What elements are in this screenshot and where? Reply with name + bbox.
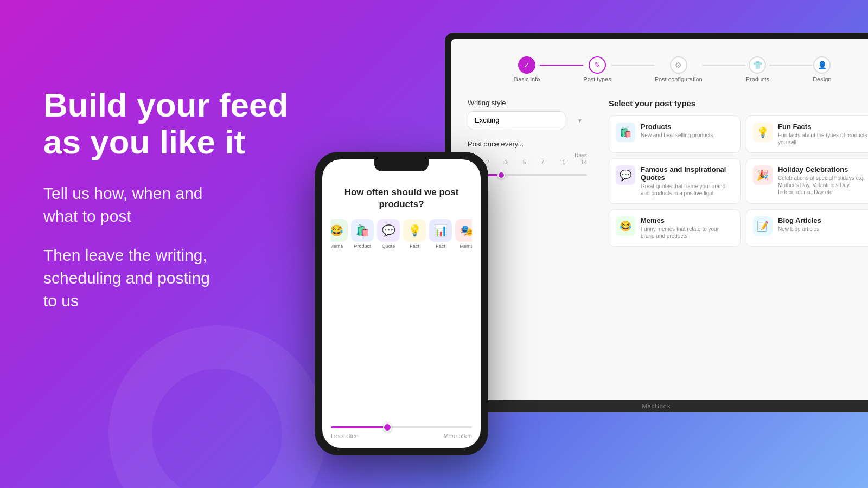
step-line-3 — [703, 65, 746, 66]
step-circle-design: 👤 — [813, 56, 831, 74]
phone-cat-fact2: 📊 Fact — [429, 219, 452, 249]
phone-cat-meme2-icon: 🎭 — [455, 219, 472, 242]
phone-device: How often should we postproducts? 😂 Meme… — [315, 152, 488, 455]
memes-desc: Funny memes that relate to your brand an… — [641, 226, 733, 240]
fun-facts-info: Fun Facts Fun facts about the types of p… — [778, 123, 868, 146]
day-7: 7 — [541, 159, 545, 165]
phone-question: How often should we postproducts? — [331, 187, 472, 210]
content-area: Writing style Exciting Professional Casu… — [468, 99, 868, 247]
subtext-2: Then leave the writing,scheduling and po… — [43, 244, 288, 312]
phone-cat-product: 🛍️ Product — [351, 219, 374, 249]
phone-screen: How often should we postproducts? 😂 Meme… — [322, 159, 481, 448]
phone-cat-quote-label: Quote — [382, 243, 395, 249]
phone-categories: 😂 Meme 🛍️ Product 💬 Quote 💡 Fact — [331, 219, 472, 249]
post-type-memes[interactable]: 😂 Memes Funny memes that relate to your … — [609, 209, 741, 247]
phone-cat-fact2-icon: 📊 — [429, 219, 452, 242]
phone-cat-product-icon: 🛍️ — [351, 219, 374, 242]
day-3: 3 — [505, 159, 508, 165]
macbook-label: MacBook — [642, 403, 671, 409]
holiday-info: Holiday Celebrations Celebrations of spe… — [778, 165, 868, 196]
step-circle-post-config: ⚙ — [670, 56, 687, 74]
holiday-icon: 🎉 — [753, 165, 773, 185]
step-label-post-config: Post configuration — [655, 76, 703, 82]
subtext-1: Tell us how, when andwhat to post — [43, 182, 288, 228]
day-10: 10 — [559, 159, 565, 165]
headline: Build your feedas you like it — [43, 87, 288, 160]
step-circle-products: 👕 — [749, 56, 766, 74]
step-line-4 — [769, 65, 813, 66]
phone-cat-meme1: 😂 Meme — [331, 219, 348, 249]
post-type-fun-facts[interactable]: 💡 Fun Facts Fun facts about the types of… — [746, 115, 868, 153]
quotes-name: Famous and Inspirational Quotes — [641, 165, 733, 182]
phone-frame: How often should we postproducts? 😂 Meme… — [315, 152, 488, 455]
step-products[interactable]: 👕 Products — [746, 56, 769, 82]
post-type-products[interactable]: 🛍️ Products New and best selling product… — [609, 115, 741, 153]
holiday-desc: Celebrations of special holidays e.g. Mo… — [778, 175, 868, 196]
step-circle-post-types: ✎ — [589, 56, 606, 74]
post-types-grid: 🛍️ Products New and best selling product… — [609, 115, 868, 247]
phone-content: How often should we postproducts? 😂 Meme… — [322, 159, 481, 448]
fun-facts-desc: Fun facts about the types of products yo… — [778, 132, 868, 146]
quotes-desc: Great quotes that frame your brand and p… — [641, 183, 733, 197]
phone-cat-fact2-label: Fact — [436, 243, 445, 249]
phone-cat-meme2: 🎭 Meme — [455, 219, 472, 249]
products-desc: New and best selling products. — [641, 132, 714, 139]
blog-icon: 📝 — [753, 216, 773, 236]
day-5: 5 — [523, 159, 526, 165]
phone-cat-fact1: 💡 Fact — [403, 219, 426, 249]
step-label-design: Design — [813, 76, 831, 82]
post-type-holiday[interactable]: 🎉 Holiday Celebrations Celebrations of s… — [746, 158, 868, 204]
phone-slider-track[interactable] — [331, 426, 472, 428]
writing-style-select[interactable]: Exciting Professional Casual — [468, 111, 565, 129]
step-post-types[interactable]: ✎ Post types — [583, 56, 611, 82]
step-label-products: Products — [746, 76, 769, 82]
phone-cat-product-label: Product — [354, 243, 371, 249]
day-14: 14 — [581, 159, 587, 165]
step-post-config[interactable]: ⚙ Post configuration — [655, 56, 703, 82]
step-design[interactable]: 👤 Design — [813, 56, 831, 82]
fun-facts-name: Fun Facts — [778, 123, 868, 131]
phone-cat-quote: 💬 Quote — [377, 219, 400, 249]
step-basic-info[interactable]: ✓ Basic info — [514, 56, 540, 82]
memes-info: Memes Funny memes that relate to your br… — [641, 216, 733, 240]
writing-style-select-wrapper[interactable]: Exciting Professional Casual ▼ — [468, 111, 587, 129]
step-line-1 — [540, 65, 583, 66]
products-name: Products — [641, 123, 714, 131]
products-info: Products New and best selling products. — [641, 123, 714, 139]
select-arrow-icon: ▼ — [577, 117, 583, 123]
post-type-blog[interactable]: 📝 Blog Articles New blog articles. — [746, 209, 868, 247]
blog-desc: New blog articles. — [778, 226, 821, 233]
post-types-column: Select your post types 🛍️ Products New a… — [609, 99, 868, 247]
phone-slider-section: Less often More often — [331, 426, 472, 439]
phone-cat-fact1-label: Fact — [410, 243, 419, 249]
step-line-2 — [611, 65, 655, 66]
slider-thumb[interactable] — [497, 171, 505, 179]
holiday-name: Holiday Celebrations — [778, 165, 868, 174]
products-icon: 🛍️ — [616, 123, 635, 142]
step-circle-basic-info: ✓ — [518, 56, 535, 74]
phone-slider-fill — [331, 426, 390, 428]
phone-slider-labels: Less often More often — [331, 433, 472, 439]
app-ui: ✓ Basic info ✎ Post types ⚙ Post configu… — [451, 39, 868, 401]
writing-style-label: Writing style — [468, 99, 587, 107]
macbook-frame: ✓ Basic info ✎ Post types ⚙ Post configu… — [445, 33, 868, 401]
post-types-title: Select your post types — [609, 99, 868, 108]
phone-cat-meme1-icon: 😂 — [331, 219, 348, 242]
phone-slider-more: More often — [443, 433, 472, 439]
stepper: ✓ Basic info ✎ Post types ⚙ Post configu… — [468, 52, 868, 82]
phone-slider-less: Less often — [331, 433, 359, 439]
step-label-basic-info: Basic info — [514, 76, 540, 82]
phone-cat-meme1-label: Meme — [331, 243, 343, 249]
blog-name: Blog Articles — [778, 216, 821, 224]
quotes-icon: 💬 — [616, 165, 635, 185]
phone-notch — [374, 159, 429, 171]
macbook-screen: ✓ Basic info ✎ Post types ⚙ Post configu… — [451, 39, 868, 401]
phone-cat-fact1-icon: 💡 — [403, 219, 426, 242]
post-type-quotes[interactable]: 💬 Famous and Inspirational Quotes Great … — [609, 158, 741, 204]
phone-slider-thumb[interactable] — [383, 423, 392, 432]
memes-icon: 😂 — [616, 216, 635, 236]
blog-info: Blog Articles New blog articles. — [778, 216, 821, 233]
fun-facts-icon: 💡 — [753, 123, 773, 142]
memes-name: Memes — [641, 216, 733, 224]
phone-cat-meme2-label: Meme — [459, 243, 472, 249]
